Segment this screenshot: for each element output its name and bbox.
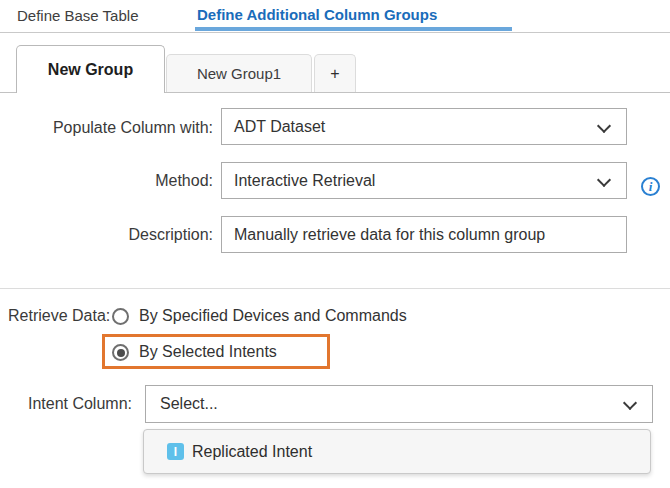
retrieve-data-label: Retrieve Data: (8, 307, 110, 325)
chevron-down-icon (623, 396, 637, 410)
info-icon[interactable]: i (641, 177, 660, 196)
description-label: Description: (0, 226, 213, 244)
intent-column-label: Intent Column: (0, 395, 132, 413)
tab-define-base-table[interactable]: Define Base Table (17, 7, 138, 24)
intent-column-value: Select... (160, 395, 218, 413)
radio-by-devices[interactable] (112, 308, 129, 325)
intent-icon: I (167, 443, 184, 460)
group-tab-new-group1[interactable]: New Group1 (166, 54, 312, 92)
chevron-down-icon (597, 119, 611, 133)
dropdown-item-replicated-intent[interactable]: I Replicated Intent (144, 430, 650, 473)
populate-column-select[interactable]: ADT Dataset (221, 108, 627, 145)
dropdown-item-label: Replicated Intent (192, 443, 312, 461)
column-groups-dialog: Define Base Table Define Additional Colu… (0, 0, 670, 488)
tab-define-additional-column-groups[interactable]: Define Additional Column Groups (197, 6, 437, 23)
add-group-tab-button[interactable]: + (314, 54, 356, 92)
section-divider (0, 288, 670, 289)
intent-dropdown-menu: I Replicated Intent (143, 429, 651, 474)
method-label: Method: (0, 172, 213, 190)
description-field-wrap (221, 216, 627, 253)
method-value: Interactive Retrieval (234, 172, 375, 190)
radio-by-intents-label[interactable]: By Selected Intents (139, 343, 277, 361)
chevron-down-icon (597, 173, 611, 187)
wizard-tabs-divider (0, 32, 670, 33)
method-select[interactable]: Interactive Retrieval (221, 162, 627, 199)
radio-by-intents[interactable] (112, 344, 129, 361)
group-tab-new-group[interactable]: New Group (16, 45, 165, 93)
radio-by-devices-label[interactable]: By Specified Devices and Commands (139, 307, 407, 325)
populate-column-label: Populate Column with: (0, 119, 213, 137)
populate-column-value: ADT Dataset (234, 118, 325, 136)
active-tab-underline (195, 27, 512, 31)
intent-column-select[interactable]: Select... (145, 385, 653, 423)
description-input[interactable] (234, 226, 604, 244)
